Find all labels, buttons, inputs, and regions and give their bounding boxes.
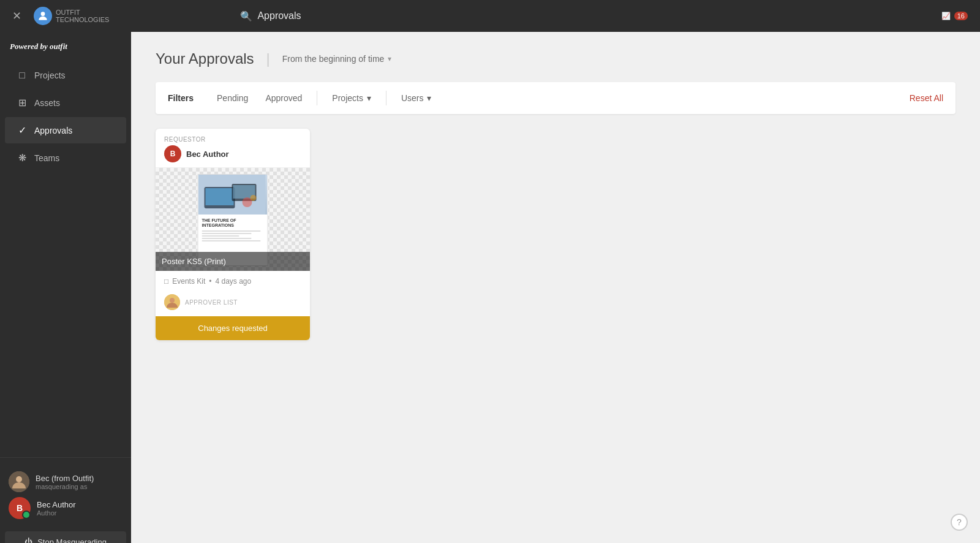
preview-doc-content: THE FUTURE OFINTEGRATIONS [198, 215, 268, 245]
teams-icon: ❋ [16, 152, 28, 164]
preview-doc-title: THE FUTURE OFINTEGRATIONS [202, 218, 264, 229]
sidebar-label-projects: Projects [34, 70, 66, 80]
filters-label: Filters [168, 93, 194, 103]
svg-point-0 [41, 12, 45, 16]
card-status-button[interactable]: Changes requested [156, 316, 310, 340]
logo-circle [34, 7, 52, 25]
stop-masquerade-label: Stop Masquerading [37, 537, 107, 543]
kit-icon: □ [164, 277, 168, 286]
sidebar-item-projects[interactable]: □ Projects [5, 63, 126, 88]
preview-line [202, 233, 252, 234]
users-chevron-icon: ▾ [427, 93, 431, 103]
masquerade-section: Bec (from Outfit) masquerading as B Bec … [0, 465, 131, 531]
logo: OUTFITTECHNOLOGIES [34, 7, 109, 25]
sidebar-item-assets[interactable]: ⊞ Assets [5, 89, 126, 116]
help-button[interactable]: ? [951, 514, 968, 531]
preview-line [202, 230, 261, 232]
preview-doc-image [198, 175, 268, 215]
svg-point-9 [251, 195, 257, 201]
pending-filter-button[interactable]: Pending [208, 89, 257, 107]
sidebar-footer: Bec (from Outfit) masquerading as B Bec … [0, 457, 131, 543]
users-filter-label: Users [401, 93, 424, 103]
reset-all-button[interactable]: Reset All [910, 93, 943, 103]
admin-name: Bec (from Outfit) [36, 474, 94, 483]
kit-name: Events Kit [172, 277, 205, 286]
sidebar-item-approvals[interactable]: ✓ Approvals [5, 117, 126, 143]
user-name: Bec Author [37, 500, 76, 509]
search-area: 🔍 Approvals [240, 10, 301, 22]
notification-icon[interactable]: 📈 [941, 12, 951, 20]
user-text: Bec Author Author [37, 500, 76, 517]
users-filter-button[interactable]: Users ▾ [393, 89, 440, 107]
time-filter-button[interactable]: From the beginning of time ▾ [282, 54, 392, 64]
projects-icon: □ [16, 70, 28, 81]
template-name-overlay: Poster KS5 (Print) [156, 252, 310, 271]
sidebar: Powered by outfit □ Projects ⊞ Assets ✓ … [0, 32, 131, 543]
requestor-label: REQUESTOR [164, 136, 301, 143]
admin-avatar [9, 471, 29, 492]
preview-line [202, 238, 252, 239]
approver-label: APPROVER LIST [185, 299, 238, 306]
time-filter-label: From the beginning of time [282, 54, 385, 64]
svg-point-11 [170, 298, 175, 303]
desk-scene [198, 175, 268, 215]
powered-by: Powered by outfit [0, 32, 131, 56]
chevron-down-icon: ▾ [388, 55, 391, 63]
svg-point-2 [16, 476, 22, 482]
approved-filter-button[interactable]: Approved [257, 89, 311, 107]
user-avatar: B [9, 497, 31, 519]
page-header: Your Approvals | From the beginning of t… [156, 50, 956, 67]
logo-text: OUTFITTECHNOLOGIES [56, 9, 109, 23]
requestor-info: B Bec Author [164, 145, 301, 162]
preview-doc-lines [202, 230, 264, 241]
admin-text: Bec (from Outfit) masquerading as [36, 474, 94, 490]
close-button[interactable]: ✕ [12, 9, 21, 23]
filter-separator-2 [386, 91, 386, 105]
stop-masquerade-button[interactable]: ⏻ Stop Masquerading [5, 531, 126, 543]
masquerade-user-info: B Bec Author Author [9, 497, 123, 519]
admin-user-info: Bec (from Outfit) masquerading as [9, 471, 123, 492]
page-title: Your Approvals [156, 50, 254, 67]
topbar: ✕ OUTFITTECHNOLOGIES 🔍 Approvals 📈 16 [0, 0, 980, 32]
topbar-right: 📈 16 [941, 12, 968, 20]
projects-filter-label: Projects [332, 93, 363, 103]
projects-chevron-icon: ▾ [367, 93, 371, 103]
cards-grid: REQUESTOR B Bec Author [156, 129, 956, 340]
preview-line [202, 240, 261, 241]
user-role: Author [37, 509, 76, 517]
filters-bar: Filters Pending Approved Projects ▾ User… [156, 82, 956, 114]
sidebar-item-teams[interactable]: ❋ Teams [5, 145, 126, 171]
card-preview[interactable]: THE FUTURE OFINTEGRATIONS Poster KS5 (Pr… [156, 168, 310, 271]
projects-filter-button[interactable]: Projects ▾ [323, 89, 380, 107]
card-approver: APPROVER LIST [156, 292, 310, 316]
card-meta: □ Events Kit • 4 days ago [156, 271, 310, 292]
main-content: Your Approvals | From the beginning of t… [131, 32, 980, 543]
filter-separator [317, 91, 317, 105]
admin-sub: masquerading as [36, 483, 94, 490]
sidebar-label-teams: Teams [34, 153, 59, 163]
requestor-avatar: B [164, 145, 181, 162]
approval-card: REQUESTOR B Bec Author [156, 129, 310, 340]
assets-icon: ⊞ [16, 97, 28, 108]
preview-line [202, 235, 239, 237]
approver-avatar [164, 294, 180, 310]
power-icon: ⏻ [24, 537, 32, 543]
card-requestor: REQUESTOR B Bec Author [156, 129, 310, 168]
requestor-name: Bec Author [186, 150, 229, 159]
sidebar-nav: □ Projects ⊞ Assets ✓ Approvals ❋ Teams [0, 56, 131, 457]
sidebar-label-approvals: Approvals [34, 126, 72, 135]
svg-rect-5 [206, 188, 234, 205]
notification-badge: 16 [954, 12, 968, 20]
time-ago: 4 days ago [215, 277, 251, 286]
search-icon[interactable]: 🔍 [240, 10, 252, 22]
page-title-topbar: Approvals [257, 10, 301, 21]
header-divider: | [266, 50, 270, 67]
approvals-icon: ✓ [16, 124, 28, 136]
sidebar-label-assets: Assets [34, 98, 60, 108]
meta-separator: • [209, 277, 211, 286]
